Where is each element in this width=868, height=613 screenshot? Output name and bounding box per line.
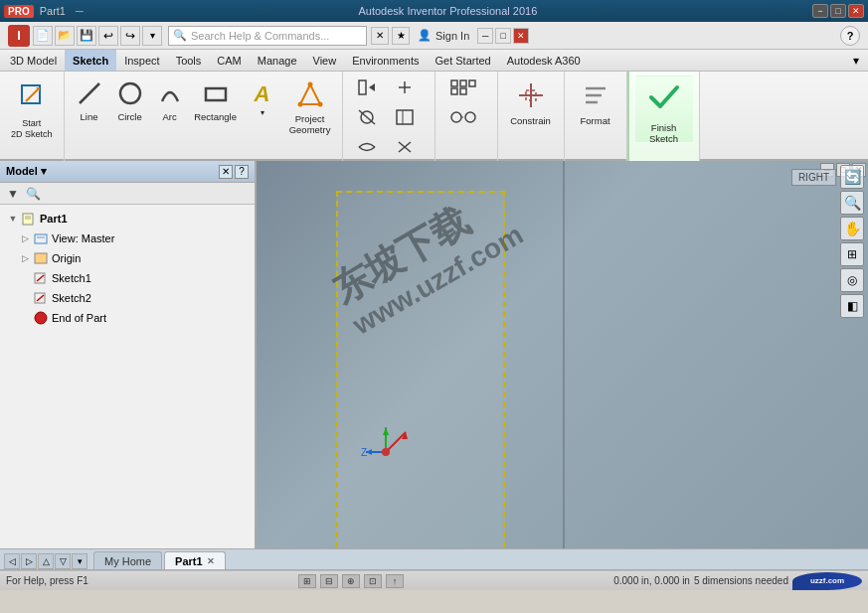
text-tool-btn[interactable]: A ▾ xyxy=(247,77,278,121)
line-btn[interactable]: Line xyxy=(71,76,108,143)
rotate-btn[interactable]: 🔄 xyxy=(840,165,864,189)
search-placeholder: Search Help & Commands... xyxy=(191,30,329,42)
finish-sketch-btn[interactable]: FinishSketch xyxy=(635,76,693,143)
zoom-all-btn[interactable]: ⊞ xyxy=(840,242,864,266)
win-max[interactable]: □ xyxy=(495,28,511,44)
tree-item-end-of-part[interactable]: End of Part xyxy=(0,308,255,328)
menu-sketch[interactable]: Sketch xyxy=(65,50,116,71)
modify-btn-3[interactable] xyxy=(349,105,385,133)
quick-access-toolbar: 📄 📂 💾 ↩ ↪ ▾ xyxy=(33,26,162,46)
tab-scroll-left[interactable]: ◁ xyxy=(4,553,20,569)
tab-my-home[interactable]: My Home xyxy=(93,551,162,569)
menu-view[interactable]: View xyxy=(305,50,345,71)
sketch2-expand[interactable] xyxy=(20,293,30,303)
part1-expand[interactable]: ▼ xyxy=(8,214,18,224)
svg-point-4 xyxy=(120,83,140,103)
circle-icon xyxy=(116,79,144,109)
end-of-part-icon xyxy=(33,310,49,326)
pattern-btn-2[interactable] xyxy=(441,105,485,133)
status-view-btn[interactable]: ⊟ xyxy=(320,574,338,588)
sign-in-area[interactable]: 👤 Sign In xyxy=(418,29,469,42)
redo-btn[interactable]: ↪ xyxy=(120,26,140,46)
origin-icon xyxy=(33,250,49,266)
finish-sketch-label: FinishSketch xyxy=(649,122,678,145)
menu-get-started[interactable]: Get Started xyxy=(427,50,498,71)
filter-btn[interactable]: ▼ xyxy=(4,185,22,203)
menu-manage[interactable]: Manage xyxy=(250,50,305,71)
view-master-label: View: Master xyxy=(52,232,114,244)
zoom-btn[interactable]: 🔍 xyxy=(840,191,864,215)
tree-item-view-master[interactable]: ▷ View: Master xyxy=(0,229,255,248)
tree-item-sketch2[interactable]: Sketch2 xyxy=(0,288,255,308)
search-star[interactable]: ★ xyxy=(392,27,410,45)
origin-expand[interactable]: ▷ xyxy=(20,253,30,263)
close-button[interactable]: ✕ xyxy=(848,4,864,18)
tree-item-part1[interactable]: ▼ Part1 xyxy=(0,209,255,229)
modify-btn-4[interactable] xyxy=(387,105,423,133)
win-min[interactable]: ─ xyxy=(477,28,493,44)
modify-btn-2[interactable] xyxy=(387,76,423,103)
search-extra1[interactable]: ✕ xyxy=(371,27,389,45)
status-grid-btn[interactable]: ⊞ xyxy=(298,574,316,588)
format-btn[interactable]: Format xyxy=(571,76,620,143)
window-controls[interactable]: − □ ✕ xyxy=(812,4,864,18)
tab-part1[interactable]: Part1 ✕ xyxy=(164,551,226,569)
exit-group-items: FinishSketch xyxy=(635,76,693,163)
maximize-button[interactable]: □ xyxy=(830,4,846,18)
sketch1-expand[interactable] xyxy=(20,273,30,283)
view-master-expand[interactable]: ▷ xyxy=(20,233,30,243)
tab-scroll-down[interactable]: ▽ xyxy=(55,553,71,569)
help-button[interactable]: ? xyxy=(840,26,860,46)
constrain-btn[interactable]: Constrain xyxy=(504,76,558,143)
modify-btn-5[interactable] xyxy=(349,135,385,163)
menu-tools[interactable]: Tools xyxy=(168,50,210,71)
look-at-btn[interactable]: ◎ xyxy=(840,268,864,292)
user-icon: 👤 xyxy=(418,29,432,42)
menu-environments[interactable]: Environments xyxy=(344,50,427,71)
tab-scroll-right[interactable]: ▷ xyxy=(21,553,37,569)
panel-title: Model ▾ xyxy=(6,165,47,178)
menu-3d-model[interactable]: 3D Model xyxy=(2,50,65,71)
tab-part1-close[interactable]: ✕ xyxy=(207,556,215,566)
undo-btn[interactable]: ↩ xyxy=(98,26,118,46)
menu-autodesk-a360[interactable]: Autodesk A360 xyxy=(499,50,589,71)
rectangle-btn[interactable]: Rectangle xyxy=(191,76,241,143)
arc-btn[interactable]: Arc xyxy=(152,76,188,143)
ribbon-toggle[interactable]: ▾ xyxy=(846,51,866,71)
circle-btn[interactable]: Circle xyxy=(111,76,149,143)
search-tree-btn[interactable]: 🔍 xyxy=(24,185,42,203)
tab-options[interactable]: ▾ xyxy=(72,553,87,569)
modify-btn-1[interactable] xyxy=(349,76,385,103)
win-close[interactable]: ✕ xyxy=(513,28,529,44)
pan-btn[interactable]: ✋ xyxy=(840,217,864,240)
save-btn[interactable]: 💾 xyxy=(77,26,96,46)
open-btn[interactable]: 📂 xyxy=(55,26,75,46)
minimize-button[interactable]: − xyxy=(812,4,828,18)
search-box[interactable]: 🔍 Search Help & Commands... xyxy=(168,26,367,46)
quick-access-more[interactable]: ▾ xyxy=(142,26,162,46)
line-label: Line xyxy=(81,111,98,122)
project-geometry-btn[interactable]: ProjectGeometry xyxy=(284,76,336,143)
status-snap-btn[interactable]: ⊕ xyxy=(342,574,360,588)
constrain-label: Constrain xyxy=(510,115,551,126)
new-file-btn[interactable]: 📄 xyxy=(33,26,53,46)
search-extra-btns: ✕ ★ xyxy=(371,27,410,45)
status-orient-btn[interactable]: ↑ xyxy=(386,574,404,588)
modify-btn-6[interactable] xyxy=(387,135,423,163)
sign-in-label[interactable]: Sign In xyxy=(435,30,469,42)
window-mgmt: ─ □ ✕ xyxy=(477,28,529,44)
end-of-part-expand[interactable] xyxy=(20,313,30,323)
panel-help-btn[interactable]: ? xyxy=(235,165,249,179)
section-btn[interactable]: ◧ xyxy=(840,294,864,318)
pattern-btn-1[interactable] xyxy=(441,76,485,103)
svg-point-50 xyxy=(382,448,390,456)
tree-item-origin[interactable]: ▷ Origin xyxy=(0,248,255,268)
start-2d-sketch-btn[interactable]: Start2D Sketch xyxy=(6,76,58,143)
tab-scroll-up[interactable]: △ xyxy=(38,553,54,569)
panel-close-btn[interactable]: ✕ xyxy=(219,165,233,179)
menu-inspect[interactable]: Inspect xyxy=(116,50,167,71)
tree-item-sketch1[interactable]: Sketch1 xyxy=(0,268,255,288)
status-ortho-btn[interactable]: ⊡ xyxy=(364,574,382,588)
menu-cam[interactable]: CAM xyxy=(209,50,249,71)
tab-nav-btns: ◁ ▷ △ ▽ ▾ xyxy=(4,553,87,569)
